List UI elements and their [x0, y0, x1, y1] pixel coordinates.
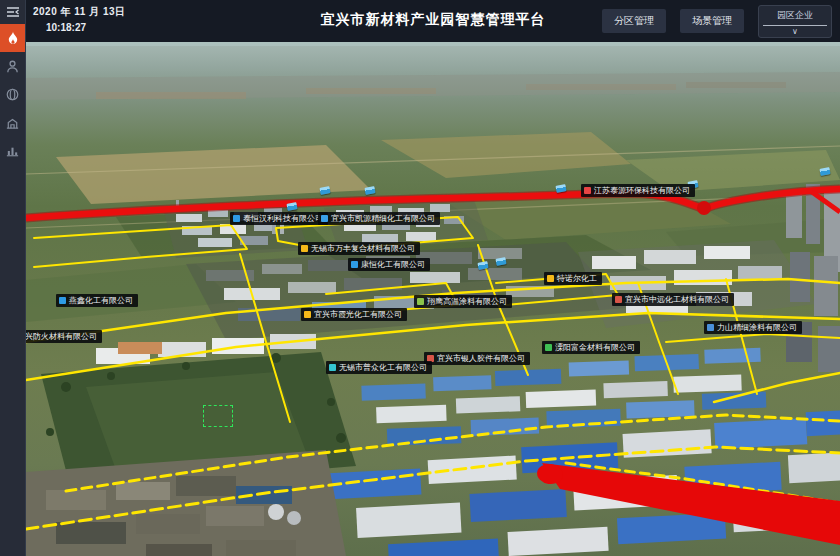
- dropdown-divider: [763, 25, 827, 26]
- user-icon: [5, 59, 20, 74]
- company-marker-icon: [417, 298, 424, 305]
- company-label[interactable]: 宜兴市银人胶件有限公司: [424, 352, 530, 365]
- company-marker-icon: [615, 296, 622, 303]
- company-marker-icon: [351, 261, 358, 268]
- company-label-text: 宜兴市凯源精细化工有限公司: [331, 213, 435, 224]
- flame-icon: [6, 31, 20, 46]
- company-label[interactable]: 燕鑫化工有限公司: [56, 294, 138, 307]
- company-label-text: 溧阳富金材料有限公司: [555, 342, 635, 353]
- sidebar: [0, 0, 26, 556]
- main-column: 2020 年 11 月 13日 10:18:27 宜兴市新材料产业园智慧管理平台…: [26, 0, 840, 556]
- company-label[interactable]: 无锡市普众化工有限公司: [326, 361, 432, 374]
- company-label-text: 康恒化工有限公司: [361, 259, 425, 270]
- company-marker-icon: [545, 344, 552, 351]
- company-label-text: 无锡市万丰复合材料有限公司: [311, 243, 415, 254]
- company-label-text: 宜兴市中远化工材料有限公司: [625, 294, 729, 305]
- sidebar-item-fire[interactable]: [0, 24, 25, 52]
- menu-icon: [5, 4, 21, 20]
- sidebar-item-factory[interactable]: [0, 108, 25, 136]
- globe-icon: [5, 87, 20, 102]
- sidebar-item-globe[interactable]: [0, 80, 25, 108]
- chevron-down-icon: ∨: [763, 27, 827, 36]
- company-label-text: 特诺尔化工: [557, 273, 597, 284]
- header-time: 10:18:27: [46, 22, 86, 33]
- company-label-text: 宜兴市银人胶件有限公司: [437, 353, 525, 364]
- company-label-text: 燕鑫化工有限公司: [69, 295, 133, 306]
- company-marker-icon: [329, 364, 336, 371]
- company-label-text: 宜兴市霞光化工有限公司: [314, 309, 402, 320]
- company-label[interactable]: 康恒化工有限公司: [348, 258, 430, 271]
- company-label-text: 宜兴防火材料有限公司: [26, 331, 97, 342]
- park-enterprise-dropdown[interactable]: 园区企业 ∨: [758, 5, 832, 38]
- sidebar-item-stats[interactable]: [0, 136, 25, 164]
- company-label[interactable]: 溧阳富金材料有限公司: [542, 341, 640, 354]
- scene-management-button[interactable]: 场景管理: [680, 9, 744, 33]
- bar-chart-icon: [5, 143, 20, 158]
- zone-management-button[interactable]: 分区管理: [602, 9, 666, 33]
- company-label[interactable]: 无锡市万丰复合材料有限公司: [298, 242, 420, 255]
- company-marker-icon: [233, 215, 240, 222]
- company-marker-icon: [304, 311, 311, 318]
- company-label-text: 翔鹰高温涂料有限公司: [427, 296, 507, 307]
- company-marker-icon: [59, 297, 66, 304]
- company-label-text: 力山精细涂料有限公司: [717, 322, 797, 333]
- company-label-text: 泰恒汉利科技有限公司: [243, 213, 323, 224]
- company-label-text: 无锡市普众化工有限公司: [339, 362, 427, 373]
- company-label[interactable]: 宜兴防火材料有限公司: [26, 330, 102, 343]
- company-label[interactable]: 泰恒汉利科技有限公司: [230, 212, 328, 225]
- map-3d-view[interactable]: 泰恒汉利科技有限公司宜兴市凯源精细化工有限公司无锡市万丰复合材料有限公司康恒化工…: [26, 42, 840, 556]
- company-label-text: 江苏泰源环保科技有限公司: [594, 185, 690, 196]
- selection-box: [203, 405, 233, 427]
- dropdown-label: 园区企业: [763, 9, 827, 22]
- company-marker-icon: [707, 324, 714, 331]
- company-marker-icon: [584, 187, 591, 194]
- factory-icon: [5, 115, 20, 130]
- company-label[interactable]: 宜兴市凯源精细化工有限公司: [318, 212, 440, 225]
- header-date: 2020 年 11 月 13日: [33, 5, 126, 19]
- company-label[interactable]: 特诺尔化工: [544, 272, 602, 285]
- header: 2020 年 11 月 13日 10:18:27 宜兴市新材料产业园智慧管理平台…: [26, 0, 840, 42]
- company-label[interactable]: 宜兴市中远化工材料有限公司: [612, 293, 734, 306]
- company-label[interactable]: 翔鹰高温涂料有限公司: [414, 295, 512, 308]
- company-marker-icon: [547, 275, 554, 282]
- sidebar-item-user[interactable]: [0, 52, 25, 80]
- company-label[interactable]: 江苏泰源环保科技有限公司: [581, 184, 695, 197]
- company-label[interactable]: 宜兴市霞光化工有限公司: [301, 308, 407, 321]
- sidebar-item-menu[interactable]: [0, 0, 25, 24]
- page-title: 宜兴市新材料产业园智慧管理平台: [321, 11, 546, 29]
- header-actions: 分区管理 场景管理 园区企业 ∨: [602, 0, 832, 42]
- company-marker-icon: [301, 245, 308, 252]
- app-window: 2020 年 11 月 13日 10:18:27 宜兴市新材料产业园智慧管理平台…: [0, 0, 840, 556]
- company-marker-icon: [321, 215, 328, 222]
- company-label[interactable]: 力山精细涂料有限公司: [704, 321, 802, 334]
